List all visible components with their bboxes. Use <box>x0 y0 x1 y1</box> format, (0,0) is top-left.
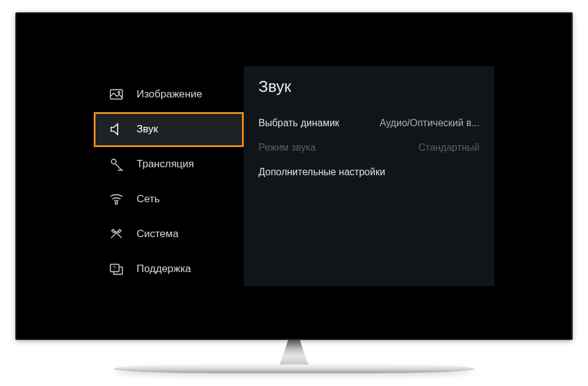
sidebar-item-label: Сеть <box>137 193 160 205</box>
setting-label: Режим звука <box>258 142 316 153</box>
tv-screen: Изображение Звук <box>20 17 568 335</box>
sidebar-item-support[interactable]: ? Поддержка <box>94 251 244 286</box>
network-icon <box>108 191 124 207</box>
sidebar-item-label: Звук <box>137 123 158 135</box>
stand-base <box>113 365 475 373</box>
stand-neck <box>279 340 309 366</box>
svg-point-3 <box>115 202 118 204</box>
sidebar-item-sound[interactable]: Звук <box>94 112 244 147</box>
broadcast-icon <box>108 156 124 172</box>
sidebar-item-network[interactable]: Сеть <box>94 182 244 217</box>
setting-row-advanced[interactable]: Дополнительные настройки <box>258 160 480 184</box>
sidebar-item-label: Трансляция <box>137 158 194 170</box>
setting-value: Стандартный <box>418 142 480 153</box>
setting-row-sound-mode: Режим звука Стандартный <box>258 135 480 160</box>
sidebar-item-broadcast[interactable]: Трансляция <box>94 147 244 182</box>
sidebar-item-system[interactable]: Система <box>94 216 244 251</box>
settings-sidebar: Изображение Звук <box>94 66 244 286</box>
setting-label: Дополнительные настройки <box>258 167 385 178</box>
svg-point-1 <box>118 92 120 94</box>
tv-stand <box>0 340 588 383</box>
setting-label: Выбрать динамик <box>258 118 339 129</box>
svg-point-2 <box>111 159 116 164</box>
sidebar-item-label: Поддержка <box>137 263 191 275</box>
setting-row-speaker[interactable]: Выбрать динамик Аудио/Оптический в... <box>258 111 480 135</box>
tv-bezel: Изображение Звук <box>15 12 573 340</box>
sidebar-item-picture[interactable]: Изображение <box>94 77 244 112</box>
sidebar-item-label: Система <box>137 228 178 240</box>
settings-panel: Изображение Звук <box>94 66 494 286</box>
content-title: Звук <box>258 77 480 96</box>
support-icon: ? <box>108 261 124 277</box>
sound-icon <box>108 121 124 137</box>
settings-content: Звук Выбрать динамик Аудио/Оптический в.… <box>244 66 494 286</box>
system-icon <box>108 226 124 242</box>
svg-text:?: ? <box>113 265 116 271</box>
picture-icon <box>108 86 124 102</box>
sidebar-item-label: Изображение <box>137 88 202 100</box>
setting-value: Аудио/Оптический в... <box>380 118 480 129</box>
